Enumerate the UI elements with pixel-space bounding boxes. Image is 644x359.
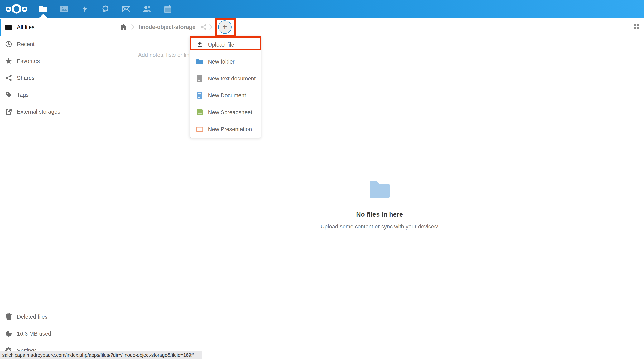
clock-icon bbox=[5, 41, 12, 48]
app-icon-row bbox=[33, 0, 178, 18]
sidebar-item-label: Favorites bbox=[17, 58, 40, 64]
sidebar-item-external-storages[interactable]: External storages bbox=[0, 103, 115, 120]
sidebar-item-label: External storages bbox=[17, 109, 60, 115]
active-item-indicator bbox=[0, 19, 1, 36]
sidebar-item-shares[interactable]: Shares bbox=[0, 70, 115, 86]
quota-pie-icon bbox=[5, 330, 12, 337]
home-breadcrumb-button[interactable] bbox=[120, 24, 127, 30]
menu-item-new-spreadsheet[interactable]: New Spreadsheet bbox=[190, 104, 261, 121]
app-mail[interactable] bbox=[116, 0, 136, 18]
empty-folder-icon bbox=[369, 181, 390, 198]
share-icon bbox=[5, 74, 12, 82]
grid-view-icon bbox=[634, 24, 636, 26]
sidebar-item-tags[interactable]: Tags bbox=[0, 86, 115, 103]
sidebar-item-favorites[interactable]: Favorites bbox=[0, 52, 115, 70]
app-photos[interactable] bbox=[54, 0, 74, 18]
menu-item-label: New Spreadsheet bbox=[208, 109, 252, 116]
home-icon bbox=[120, 24, 127, 30]
empty-state-subtitle: Upload some content or sync with your de… bbox=[115, 224, 644, 230]
menu-item-label: New Document bbox=[208, 92, 246, 99]
breadcrumb-current-folder[interactable]: linode-object-storage bbox=[139, 24, 196, 30]
app-activity[interactable] bbox=[74, 0, 95, 18]
files-sidebar: All files Recent Favorites Shares bbox=[0, 18, 115, 359]
plus-icon: + bbox=[222, 22, 227, 31]
breadcrumb: linode-object-storage + bbox=[115, 18, 232, 36]
text-document-icon bbox=[196, 75, 203, 82]
top-bar: N bbox=[0, 0, 644, 18]
tag-icon bbox=[5, 92, 12, 98]
calendar-icon bbox=[164, 5, 172, 13]
sidebar-item-label: Shares bbox=[17, 75, 34, 81]
mail-icon bbox=[122, 6, 130, 12]
chevron-right-icon bbox=[131, 23, 135, 31]
menu-item-new-folder[interactable]: New folder bbox=[190, 53, 261, 70]
files-icon bbox=[39, 5, 48, 13]
sidebar-item-label: Tags bbox=[17, 92, 28, 98]
star-icon bbox=[5, 58, 12, 64]
trash-icon bbox=[5, 313, 12, 320]
contacts-icon bbox=[142, 5, 152, 13]
app-files[interactable] bbox=[33, 0, 54, 18]
chevron-right-icon bbox=[209, 23, 213, 31]
menu-item-new-text-document[interactable]: New text document bbox=[190, 70, 261, 87]
empty-folder-state: No files in here Upload some content or … bbox=[115, 181, 644, 230]
folder-icon bbox=[196, 59, 203, 64]
menu-item-label: New text document bbox=[208, 76, 256, 82]
share-icon bbox=[200, 24, 207, 30]
upload-icon bbox=[196, 42, 203, 48]
app-contacts[interactable] bbox=[136, 0, 157, 18]
spreadsheet-icon bbox=[196, 109, 203, 116]
active-app-caret bbox=[39, 14, 48, 18]
menu-item-label: Upload file bbox=[208, 42, 234, 48]
share-folder-button[interactable] bbox=[200, 24, 207, 30]
sidebar-item-label: Recent bbox=[17, 41, 34, 48]
activity-icon bbox=[81, 5, 88, 13]
menu-item-label: New Presentation bbox=[208, 126, 252, 132]
sidebar-item-recent[interactable]: Recent bbox=[0, 36, 115, 52]
photos-icon bbox=[60, 5, 68, 13]
sidebar-item-label: 16.3 MB used bbox=[17, 330, 51, 337]
folder-icon bbox=[5, 24, 12, 30]
document-icon bbox=[196, 92, 203, 99]
status-url: salchipapa.madreypadre.com/index.php/app… bbox=[2, 352, 194, 358]
presentation-icon bbox=[196, 126, 203, 132]
workspace-notes-placeholder[interactable]: Add notes, lists or lin bbox=[138, 52, 190, 58]
grid-view-toggle-button[interactable] bbox=[634, 24, 639, 29]
sidebar-item-deleted-files[interactable]: Deleted files bbox=[0, 308, 115, 325]
menu-item-upload-file[interactable]: Upload file bbox=[190, 36, 261, 53]
new-file-menu: Upload file New folder New text document… bbox=[190, 36, 261, 138]
app-talk[interactable] bbox=[95, 0, 116, 18]
menu-item-new-document[interactable]: New Document bbox=[190, 87, 261, 104]
sidebar-item-all-files[interactable]: All files bbox=[0, 19, 115, 36]
menu-item-new-presentation[interactable]: New Presentation bbox=[190, 121, 261, 138]
link-status-bar: salchipapa.madreypadre.com/index.php/app… bbox=[0, 351, 202, 359]
sidebar-item-label: All files bbox=[17, 24, 34, 30]
app-calendar[interactable] bbox=[157, 0, 178, 18]
sidebar-item-label: Deleted files bbox=[17, 314, 48, 320]
menu-item-label: New folder bbox=[208, 58, 235, 65]
talk-icon bbox=[102, 5, 110, 13]
sidebar-nav: All files Recent Favorites Shares bbox=[0, 19, 115, 120]
external-storage-icon bbox=[5, 108, 12, 115]
nextcloud-logo-icon[interactable] bbox=[6, 2, 28, 16]
sidebar-item-quota[interactable]: 16.3 MB used bbox=[0, 325, 115, 342]
nextcloud-files-screen: N All files Recent bbox=[0, 0, 644, 359]
new-file-button[interactable]: + bbox=[218, 20, 232, 34]
empty-state-title: No files in here bbox=[115, 210, 644, 218]
